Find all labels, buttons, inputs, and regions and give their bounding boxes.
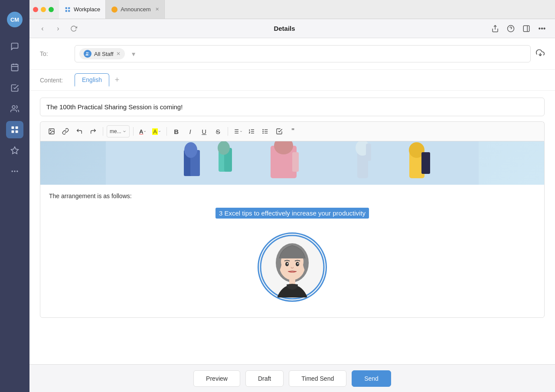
toolbar: me... A A B I U — [40, 121, 545, 141]
svg-point-24 — [50, 130, 51, 131]
sidebar-item-grid[interactable] — [6, 121, 23, 138]
sidebar-item-tasks[interactable] — [6, 79, 23, 97]
to-field-content: All Staff ✕ ▾ — [75, 45, 545, 62]
help-button[interactable] — [505, 23, 517, 35]
undo-button[interactable] — [73, 125, 85, 137]
add-language-button[interactable]: + — [111, 74, 123, 86]
sidebar-item-people[interactable] — [6, 100, 23, 118]
svg-point-43 — [184, 142, 197, 158]
svg-point-61 — [287, 263, 288, 265]
editor-body[interactable]: The arrangement is as follows: 3 Excel t… — [40, 141, 545, 318]
to-field-row: To: All Staff ✕ ▾ — [29, 38, 555, 70]
quote-button[interactable]: " — [287, 125, 299, 137]
maximize-button[interactable] — [49, 7, 54, 12]
tab-english[interactable]: English — [75, 73, 109, 87]
ordered-list-button[interactable] — [245, 125, 258, 137]
svg-rect-8 — [16, 131, 18, 133]
svg-rect-6 — [16, 127, 18, 129]
italic-button[interactable]: I — [184, 125, 196, 137]
underline-button[interactable]: U — [198, 125, 210, 137]
tab-announcement[interactable]: Announcem ✕ — [106, 0, 164, 19]
minimize-button[interactable] — [41, 7, 46, 12]
close-button[interactable] — [33, 7, 38, 12]
font-size-label: me... — [110, 128, 121, 134]
all-staff-icon — [84, 50, 91, 58]
recipient-chip: All Staff ✕ — [79, 48, 125, 59]
svg-point-39 — [263, 133, 263, 133]
font-size-dropdown[interactable]: me... — [107, 125, 130, 137]
unordered-list-button[interactable] — [259, 125, 271, 137]
toolbar-divider-3 — [166, 127, 167, 136]
toolbar-divider-4 — [228, 127, 228, 136]
toolbar-divider-2 — [133, 127, 134, 136]
svg-rect-0 — [12, 64, 18, 71]
redo-button[interactable] — [87, 125, 99, 137]
workplace-tab-icon — [64, 6, 71, 13]
subject-input[interactable] — [40, 98, 545, 116]
avatar[interactable]: CM — [7, 12, 23, 27]
send-button[interactable]: Send — [352, 370, 391, 387]
font-color-button[interactable]: A — [137, 125, 149, 137]
forward-button[interactable]: › — [52, 23, 64, 35]
toolbar-divider-1 — [103, 127, 103, 136]
chip-remove-button[interactable]: ✕ — [116, 51, 121, 57]
import-button[interactable] — [536, 49, 545, 59]
sidebar-item-favorites[interactable] — [6, 142, 23, 159]
svg-marker-9 — [11, 147, 19, 154]
body-paragraph: The arrangement is as follows: — [49, 192, 535, 201]
navbar: ‹ › Details — [29, 19, 555, 38]
content-field-row: Content: English + — [29, 70, 555, 91]
strikethrough-button[interactable]: S — [212, 125, 224, 137]
svg-rect-49 — [292, 152, 299, 172]
tab-close-icon[interactable]: ✕ — [155, 7, 159, 12]
bold-button[interactable]: B — [170, 125, 183, 137]
traffic-lights — [33, 7, 54, 12]
timed-send-button[interactable]: Timed Send — [289, 370, 346, 387]
tab-workplace[interactable]: Workplace — [59, 0, 106, 19]
nav-actions: ••• — [489, 23, 548, 35]
back-button[interactable]: ‹ — [36, 23, 49, 35]
checkbox-button[interactable] — [273, 125, 285, 137]
sidebar-item-calendar[interactable] — [6, 59, 23, 76]
announcement-tab-icon — [111, 6, 118, 13]
nav-title: Details — [83, 25, 486, 32]
insert-link-button[interactable] — [59, 125, 72, 137]
main-area: Workplace Announcem ✕ ‹ › Details — [29, 0, 555, 392]
svg-point-37 — [263, 129, 263, 130]
svg-rect-13 — [65, 7, 67, 9]
sidebar-toggle-button[interactable] — [520, 23, 532, 35]
svg-point-22 — [86, 52, 88, 53]
dropdown-arrow-icon[interactable]: ▾ — [128, 50, 139, 58]
share-button[interactable] — [489, 23, 501, 35]
banner-image — [40, 141, 544, 185]
highlight-button[interactable]: A — [151, 125, 163, 137]
compose-area: To: All Staff ✕ ▾ — [29, 38, 555, 364]
recipient-box[interactable]: All Staff ✕ ▾ — [75, 45, 531, 62]
tabs: Workplace Announcem ✕ — [59, 0, 165, 19]
svg-rect-52 — [366, 144, 371, 161]
svg-rect-15 — [65, 10, 67, 12]
editor-text-area: The arrangement is as follows: 3 Excel t… — [40, 185, 544, 317]
draft-button[interactable]: Draft — [245, 370, 284, 387]
tab-announcement-label: Announcem — [121, 6, 150, 13]
highlighted-title: 3 Excel tips to effectively increase you… — [215, 208, 369, 219]
recipient-name: All Staff — [94, 51, 114, 57]
speaker-avatar — [258, 232, 327, 302]
more-options-button[interactable]: ••• — [536, 23, 548, 35]
sidebar-item-chat[interactable] — [6, 38, 23, 55]
svg-rect-55 — [421, 152, 430, 174]
refresh-button[interactable] — [68, 23, 80, 35]
svg-point-11 — [14, 170, 15, 172]
tab-workplace-label: Workplace — [74, 6, 100, 13]
language-tabs: English + — [75, 73, 123, 87]
svg-rect-7 — [12, 131, 14, 133]
align-button[interactable] — [232, 125, 244, 137]
sidebar-item-more[interactable] — [6, 163, 23, 180]
svg-point-62 — [297, 263, 299, 265]
svg-point-46 — [218, 141, 230, 155]
svg-rect-14 — [68, 7, 70, 9]
insert-image-button[interactable] — [46, 125, 58, 137]
content-label: Content: — [40, 77, 75, 84]
preview-button[interactable]: Preview — [193, 370, 240, 387]
to-label: To: — [40, 50, 75, 57]
